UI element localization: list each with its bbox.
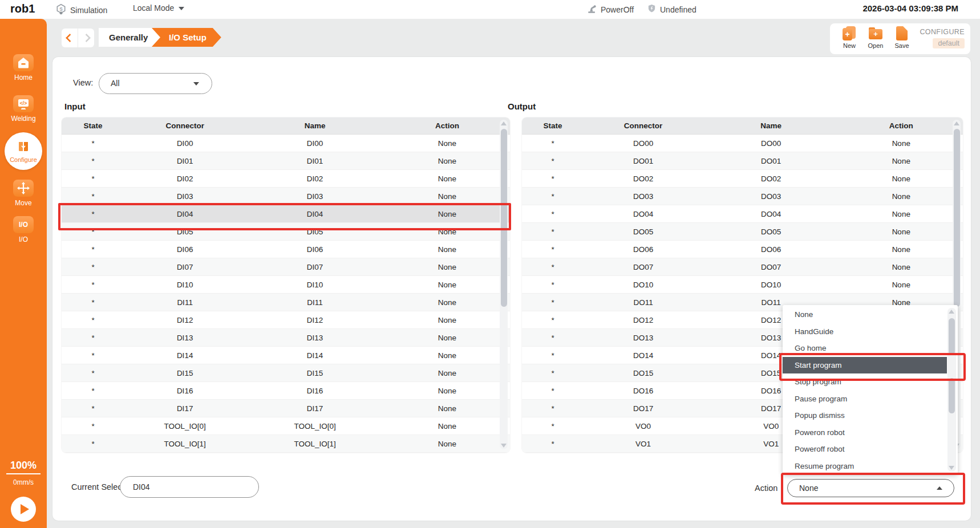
speed-percent[interactable]: 100% [0, 460, 47, 472]
sidebar-item-welding[interactable]: </> Welding [0, 95, 47, 123]
table-row-DO02[interactable]: *DO02DO02None [522, 170, 963, 188]
table-row-DI17[interactable]: *DI17DI17None [62, 400, 510, 417]
cell-connector: DI02 [124, 174, 245, 183]
cell-name: DI00 [245, 139, 384, 148]
cell-state: * [522, 440, 584, 448]
table-row-DO10[interactable]: *DO10DO10None [522, 276, 963, 294]
col-connector: Connector [584, 121, 703, 130]
cell-state: * [62, 404, 124, 413]
input-scrollbar[interactable] [500, 120, 508, 449]
table-row-DI12[interactable]: *DI12DI12None [62, 311, 510, 329]
table-row-DO03[interactable]: *DO03DO03None [522, 188, 963, 205]
cell-state: * [522, 245, 584, 254]
table-row-DI15[interactable]: *DI15DI15None [62, 364, 510, 382]
cell-name: DO01 [703, 157, 840, 165]
cell-state: * [62, 351, 124, 360]
dropdown-option-stop-program[interactable]: Stop program [783, 373, 958, 391]
cell-name: TOOL_IO[1] [245, 440, 384, 448]
table-row-DO07[interactable]: *DO07DO07None [522, 258, 963, 276]
mode-dropdown[interactable]: Local Mode [133, 3, 184, 13]
sidebar-item-io[interactable]: I/O I/O [0, 216, 47, 243]
forward-button[interactable] [78, 29, 94, 47]
back-button[interactable] [62, 29, 78, 47]
cell-name: DO05 [703, 228, 840, 236]
table-row-DO06[interactable]: *DO06DO06None [522, 241, 963, 258]
new-button[interactable]: + New [837, 26, 862, 49]
table-row-DI02[interactable]: *DI02DI02None [62, 170, 510, 188]
dropdown-option-pause-program[interactable]: Pause program [783, 391, 958, 408]
table-row-DI06[interactable]: *DI06DI06None [62, 241, 510, 258]
scrollbar-thumb[interactable] [501, 129, 507, 307]
table-row-DI13[interactable]: *DI13DI13None [62, 329, 510, 347]
dropdown-option-go-home[interactable]: Go home [783, 340, 958, 357]
view-label: View: [73, 78, 93, 87]
table-row-DI11[interactable]: *DI11DI11None [62, 294, 510, 311]
cell-connector: DI16 [124, 387, 245, 395]
scrollbar-thumb[interactable] [949, 378, 955, 413]
open-button[interactable]: + Open [863, 26, 888, 49]
dropdown-option-handguide[interactable]: HandGuide [783, 323, 958, 340]
breadcrumb-tab-generally[interactable]: Generally [99, 28, 163, 47]
scroll-up-icon[interactable] [949, 310, 954, 314]
cell-action: None [384, 404, 510, 413]
cell-action: None [384, 174, 510, 183]
chevron-left-icon [65, 34, 74, 43]
simulation-label: Simulation [70, 6, 107, 15]
cell-state: * [522, 263, 584, 271]
profile-badge[interactable]: default [933, 38, 965, 48]
cell-name: DO07 [703, 263, 840, 271]
cell-action: None [840, 281, 963, 289]
table-row-DO01[interactable]: *DO01DO01None [522, 152, 963, 170]
table-row-DI01[interactable]: *DI01DI01None [62, 152, 510, 170]
table-row-DO05[interactable]: *DO05DO05None [522, 223, 963, 241]
sidebar-item-configure[interactable]: Configure [5, 132, 42, 170]
cell-action: None [840, 139, 963, 148]
scroll-up-icon[interactable] [501, 121, 507, 125]
dropdown-scrollbar[interactable] [947, 308, 956, 472]
current-select-input[interactable]: DI04 [120, 476, 259, 498]
chevron-right-icon [82, 34, 91, 43]
table-row-DI00[interactable]: *DI00DI00None [62, 135, 510, 152]
sidebar-item-move[interactable]: Move [0, 180, 47, 207]
table-row-DI16[interactable]: *DI16DI16None [62, 382, 510, 400]
cell-name: DI05 [245, 228, 384, 236]
dropdown-option-poweroff-robot[interactable]: Poweroff robot [783, 441, 958, 458]
cell-name: DI16 [245, 387, 384, 395]
view-select[interactable]: All [99, 73, 212, 94]
action-select[interactable]: None [787, 479, 954, 497]
dropdown-option-start-program[interactable]: Start program [783, 357, 947, 374]
play-button[interactable] [11, 497, 36, 522]
breadcrumb-tab-io-setup[interactable]: I/O Setup [152, 28, 221, 47]
dropdown-option-none[interactable]: None [783, 306, 958, 323]
scrollbar-thumb[interactable] [954, 129, 960, 307]
cell-state: * [62, 139, 124, 148]
table-row-DI10[interactable]: *DI10DI10None [62, 276, 510, 294]
cell-name: DI06 [245, 245, 384, 254]
dropdown-option-popup-dismiss[interactable]: Popup dismiss [783, 407, 958, 424]
table-row-TOOL_IO[0][interactable]: *TOOL_IO[0]TOOL_IO[0]None [62, 417, 510, 435]
cell-name: DO10 [703, 281, 840, 289]
cell-connector: DI10 [124, 281, 245, 289]
cell-name: DI14 [245, 351, 384, 360]
table-row-DO00[interactable]: *DO00DO00None [522, 135, 963, 152]
new-file-icon: + [842, 26, 857, 42]
table-row-DI05[interactable]: *DI05DI05None [62, 223, 510, 241]
table-row-DI04[interactable]: *DI04DI04None [62, 205, 510, 223]
safety-status: Undefined [647, 3, 696, 15]
table-row-DO04[interactable]: *DO04DO04None [522, 205, 963, 223]
scroll-up-icon[interactable] [954, 121, 959, 125]
action-dropdown-list: NoneHandGuideGo homeStart programStop pr… [783, 306, 958, 474]
dropdown-option-resume-program[interactable]: Resume program [783, 458, 958, 475]
scroll-down-icon[interactable] [501, 444, 507, 448]
table-row-DI03[interactable]: *DI03DI03None [62, 188, 510, 205]
dropdown-option-poweron-robot[interactable]: Poweron robot [783, 424, 958, 441]
table-row-DI07[interactable]: *DI07DI07None [62, 258, 510, 276]
robot-arm-icon [586, 3, 597, 16]
table-row-TOOL_IO[1][interactable]: *TOOL_IO[1]TOOL_IO[1]None [62, 435, 510, 453]
scroll-down-icon[interactable] [949, 466, 954, 470]
table-row-DI14[interactable]: *DI14DI14None [62, 347, 510, 364]
sidebar-item-home[interactable]: Home [0, 54, 47, 82]
cell-action: None [840, 157, 963, 165]
save-button[interactable]: Save [889, 26, 914, 49]
scrollbar-thumb[interactable] [949, 318, 955, 355]
